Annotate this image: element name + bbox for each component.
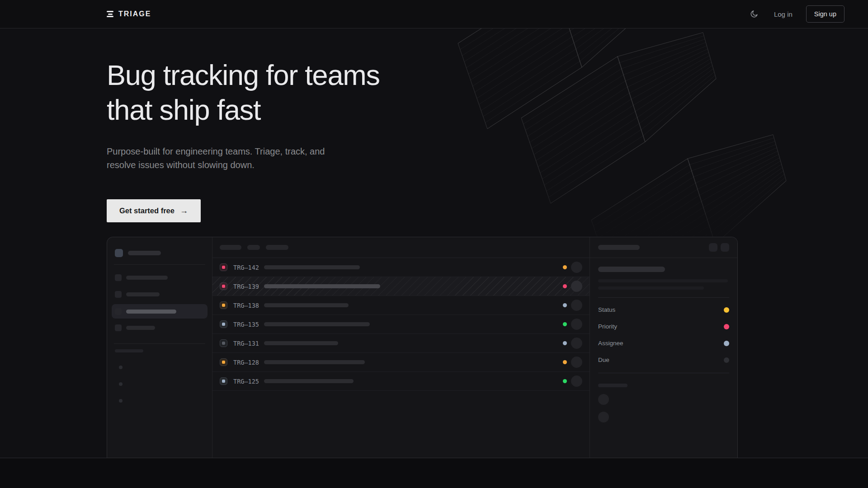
issue-id: TRG–125 <box>233 378 264 385</box>
issue-row: TRG–125 <box>212 372 590 391</box>
skeleton-label <box>126 326 155 330</box>
skeleton-label <box>126 276 168 280</box>
sidebar-item-icon-skeleton <box>115 308 122 315</box>
sidebar-item-icon-skeleton <box>115 274 122 281</box>
comment-avatar-skeleton <box>598 412 609 422</box>
issue-row: TRG–131 <box>212 334 590 353</box>
triage-logo-icon <box>107 11 113 17</box>
get-started-button[interactable]: Get started free → <box>107 199 201 222</box>
issue-type-icon <box>220 301 227 309</box>
brand: TRIAGE <box>107 10 151 18</box>
issue-id: TRG–128 <box>233 359 264 366</box>
hero-subtitle: Purpose-built for engineering teams. Tri… <box>107 145 380 172</box>
field-label: Due <box>598 357 609 363</box>
divider <box>114 264 205 265</box>
panel-action-skeleton <box>709 243 717 252</box>
signup-button[interactable]: Sign up <box>806 5 844 23</box>
skeleton-tab <box>220 245 241 250</box>
mockup-panel-header <box>590 237 737 258</box>
issue-avatar <box>571 262 582 273</box>
issue-avatar <box>571 319 582 330</box>
divider <box>114 343 205 344</box>
skeleton-issue-title <box>264 360 365 364</box>
page-title: Bug tracking for teams that ship fast <box>107 58 380 127</box>
issue-row: TRG–142 <box>212 258 590 277</box>
divider <box>598 373 729 373</box>
issue-status-dot <box>563 379 567 383</box>
workspace-avatar-skeleton <box>115 249 123 257</box>
skeleton-section-label <box>115 349 143 352</box>
issue-type-icon <box>220 377 227 385</box>
moon-icon <box>750 9 759 19</box>
field-label: Assignee <box>598 340 623 347</box>
mockup-issue-list: TRG–142 TRG–139 TRG–138 TRG–135 TRG–131 <box>212 237 590 458</box>
issue-status-dot <box>563 265 567 269</box>
issue-id: TRG–142 <box>233 264 264 271</box>
issue-type-icon <box>220 339 227 347</box>
issue-id: TRG–135 <box>233 321 264 328</box>
next-section-band <box>0 458 868 488</box>
issue-avatar <box>571 375 582 387</box>
field-value-dot <box>724 307 729 313</box>
issue-avatar <box>571 338 582 349</box>
field-label: Priority <box>598 323 617 330</box>
login-link[interactable]: Log in <box>774 10 793 18</box>
sidebar-dot-skeleton <box>119 366 123 369</box>
issue-type-icon <box>220 263 227 271</box>
mockup-sidebar-item <box>115 286 204 303</box>
sidebar-item-icon-skeleton <box>115 291 122 298</box>
issue-id: TRG–138 <box>233 302 264 309</box>
skeleton-issue-title <box>264 284 380 288</box>
skeleton-panel-title <box>598 245 640 250</box>
skeleton-issue-title <box>264 379 354 383</box>
issue-type-icon <box>220 282 227 290</box>
sidebar-dot-skeleton <box>119 382 123 386</box>
panel-action-skeleton <box>721 243 729 252</box>
skeleton-issue-title <box>264 265 360 269</box>
issue-avatar <box>571 281 582 292</box>
top-nav: TRIAGE Log in Sign up <box>0 0 868 28</box>
skeleton-comments-label <box>598 384 627 387</box>
mockup-workspace-row <box>115 249 204 257</box>
issue-avatar <box>571 300 582 311</box>
issue-type-icon <box>220 358 227 366</box>
issue-row: TRG–138 <box>212 296 590 315</box>
issue-status-dot <box>563 360 567 364</box>
skeleton-issue-heading <box>598 267 665 272</box>
field-value-dot <box>724 324 729 329</box>
skeleton-tab <box>247 245 260 250</box>
theme-toggle-button[interactable] <box>748 8 760 20</box>
detail-field-row: Priority <box>598 318 729 335</box>
brand-name: TRIAGE <box>118 10 151 18</box>
issue-row: TRG–128 <box>212 353 590 372</box>
issue-avatar <box>571 357 582 368</box>
skeleton-issue-title <box>264 303 349 307</box>
skeleton-label <box>126 292 160 296</box>
issue-row: TRG–135 <box>212 315 590 334</box>
comment-avatar-skeleton <box>598 394 609 405</box>
app-mockup-preview: TRG–142 TRG–139 TRG–138 TRG–135 TRG–131 <box>107 237 738 458</box>
issue-id: TRG–139 <box>233 283 264 290</box>
issue-row: TRG–139 <box>212 277 590 296</box>
hero-section: Bug tracking for teams that ship fast Pu… <box>107 58 380 222</box>
mockup-sidebar-item <box>115 319 204 336</box>
detail-field-row: Due <box>598 352 729 368</box>
issue-status-dot <box>563 284 567 288</box>
issue-type-icon <box>220 320 227 328</box>
skeleton-label <box>126 310 176 314</box>
sidebar-dot-skeleton <box>119 399 123 403</box>
skeleton-text-line <box>598 286 704 290</box>
skeleton-workspace-name <box>128 251 161 255</box>
field-value-dot <box>724 341 729 346</box>
field-label: Status <box>598 306 615 313</box>
mockup-sidebar <box>107 237 212 458</box>
divider <box>598 297 729 298</box>
skeleton-issue-title <box>264 322 370 326</box>
skeleton-issue-title <box>264 341 338 345</box>
sidebar-item-icon-skeleton <box>115 324 122 331</box>
issue-status-dot <box>563 322 567 326</box>
mockup-sidebar-item <box>115 269 204 286</box>
detail-field-row: Status <box>598 301 729 318</box>
mockup-detail-panel: Status Priority Assignee Due <box>590 237 737 458</box>
mockup-sidebar-item-active <box>112 304 208 319</box>
